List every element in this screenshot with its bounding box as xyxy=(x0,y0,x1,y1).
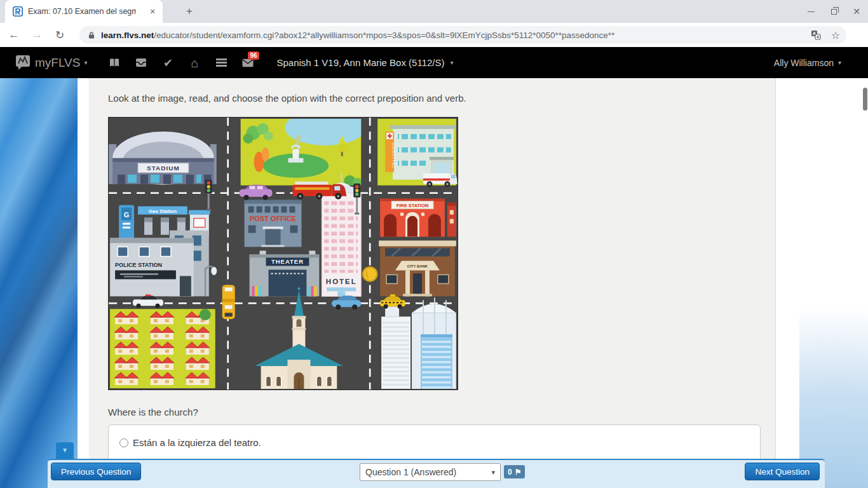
flag-count-chip[interactable]: 0 ⚑ xyxy=(504,465,525,478)
question-text: Where is the church? xyxy=(108,407,775,417)
flvs-navbar: myFLVS ▾ ✔ ⌂ 96 Spanish 1 V19, Ann Marie… xyxy=(0,47,868,78)
close-icon: ✕ xyxy=(853,6,860,17)
url-text: learn.flvs.net/educator/student/examform… xyxy=(101,30,806,40)
myflvs-menu[interactable]: myFLVS ▾ xyxy=(15,55,87,71)
answer-option[interactable]: Están a la izquierza del teatro. xyxy=(109,425,760,448)
mail-icon[interactable]: 96 xyxy=(242,57,254,69)
url-path: /educator/student/examform.cgi?abox12*al… xyxy=(154,30,614,40)
park-block xyxy=(241,118,367,187)
city-map-image: STADIUM G Gas Station xyxy=(108,117,458,390)
restore-icon xyxy=(831,9,837,15)
back-icon[interactable]: ← xyxy=(5,29,23,41)
school-bus xyxy=(222,285,235,319)
url-omnibox[interactable]: learn.flvs.net/educator/student/examform… xyxy=(79,26,846,44)
exam-footer-bar: Previous Question Question 1 (Answered) … xyxy=(48,459,825,488)
footer-collapse-tab[interactable]: ▾ xyxy=(56,442,74,459)
content-gutter: Look at the image, read, and choose the … xyxy=(78,78,799,488)
home-icon[interactable]: ⌂ xyxy=(189,57,200,69)
reload-icon[interactable]: ↻ xyxy=(51,29,69,42)
window-controls: ✕ xyxy=(799,0,868,23)
window-restore-button[interactable] xyxy=(822,0,845,23)
flag-icon: ⚑ xyxy=(515,468,522,477)
scrollbar-thumb[interactable] xyxy=(863,88,867,111)
navbar-icons: ✔ ⌂ 96 xyxy=(109,57,254,69)
blue-swoosh-wallpaper xyxy=(0,78,78,488)
city-map-illustration: STADIUM G Gas Station xyxy=(109,118,458,390)
hospital: HOSPITAL xyxy=(385,125,458,187)
caret-down-icon: ▾ xyxy=(451,59,454,66)
minimize-icon xyxy=(808,11,815,12)
svg-text:FIRE STATION: FIRE STATION xyxy=(397,203,429,208)
radio-button[interactable] xyxy=(119,438,128,447)
myflvs-logo-icon xyxy=(15,55,31,71)
tab-title: Exam: 07.10 Examen del segmen xyxy=(28,7,136,16)
office-towers xyxy=(381,297,456,389)
svg-text:STADIUM: STADIUM xyxy=(147,165,180,172)
bookmark-star-icon[interactable]: ☆ xyxy=(831,29,840,41)
caret-down-icon: ▾ xyxy=(84,59,87,66)
new-tab-button[interactable]: + xyxy=(182,4,197,20)
tab-close-icon[interactable]: ✕ xyxy=(147,6,158,17)
flag-count: 0 xyxy=(508,468,512,477)
city-bank: CITY BANK xyxy=(379,241,456,297)
question-select[interactable]: Question 1 (Answered) ▾ xyxy=(360,463,501,481)
svg-text:a: a xyxy=(817,34,819,39)
answer-option-label: Están a la izquierza del teatro. xyxy=(133,437,261,448)
svg-text:HOTEL: HOTEL xyxy=(326,278,357,285)
translate-icon[interactable]: A a xyxy=(811,30,821,40)
svg-text:THEATER: THEATER xyxy=(271,258,304,265)
select-chevron-icon: ▾ xyxy=(491,468,495,477)
url-domain: learn.flvs.net xyxy=(101,30,154,40)
previous-question-button[interactable]: Previous Question xyxy=(51,463,141,480)
svg-text:POST OFFICE: POST OFFICE xyxy=(250,215,296,222)
browser-tab-strip: Exam: 07.10 Examen del segmen ✕ + ✕ xyxy=(0,0,868,23)
browser-tab[interactable]: Exam: 07.10 Examen del segmen ✕ xyxy=(5,0,163,23)
course-title-menu[interactable]: Spanish 1 V19, Ann Marie Box (5112/S) ▾ xyxy=(276,57,453,68)
user-name: Ally Williamson xyxy=(774,58,834,68)
exam-content-panel: Look at the image, read, and choose the … xyxy=(89,78,776,488)
svg-text:POLICE STATION: POLICE STATION xyxy=(115,262,162,268)
myflvs-brand-label: myFLVS xyxy=(35,56,80,70)
svg-text:Gas Station: Gas Station xyxy=(149,208,177,214)
user-menu[interactable]: Ally Williamson ▾ xyxy=(774,58,841,68)
svg-text:HOSPITAL: HOSPITAL xyxy=(391,143,395,169)
question-select-value: Question 1 (Answered) xyxy=(365,467,456,477)
fire-truck xyxy=(292,182,346,200)
forward-icon[interactable]: → xyxy=(28,29,46,41)
police-station: POLICE STATION xyxy=(110,231,217,297)
fire-station: FIRE STATION xyxy=(380,199,456,237)
flvs-favicon-icon xyxy=(13,6,23,17)
svg-text:G: G xyxy=(124,211,130,219)
omnibox-actions: A a ☆ xyxy=(811,29,840,41)
next-question-button[interactable]: Next Question xyxy=(745,463,820,480)
check-icon[interactable]: ✔ xyxy=(162,57,173,69)
menu-list-icon[interactable] xyxy=(215,57,227,69)
theater: THEATER xyxy=(250,251,320,297)
question-prompt: Look at the image, read, and choose the … xyxy=(108,93,775,104)
course-title: Spanish 1 V19, Ann Marie Box (5112/S) xyxy=(276,57,444,68)
padlock-icon xyxy=(88,31,95,39)
coin-marker xyxy=(363,267,377,281)
svg-text:CITY BANK: CITY BANK xyxy=(407,264,428,268)
browser-address-bar: ← → ↻ learn.flvs.net/educator/student/ex… xyxy=(0,23,868,47)
courses-book-icon[interactable] xyxy=(109,57,120,69)
window-close-button[interactable]: ✕ xyxy=(845,0,868,23)
post-office: POST OFFICE xyxy=(245,200,302,247)
window-minimize-button[interactable] xyxy=(799,0,822,23)
inbox-tray-icon[interactable] xyxy=(135,57,147,69)
mail-badge: 96 xyxy=(248,51,259,60)
caret-down-icon: ▾ xyxy=(838,59,841,66)
